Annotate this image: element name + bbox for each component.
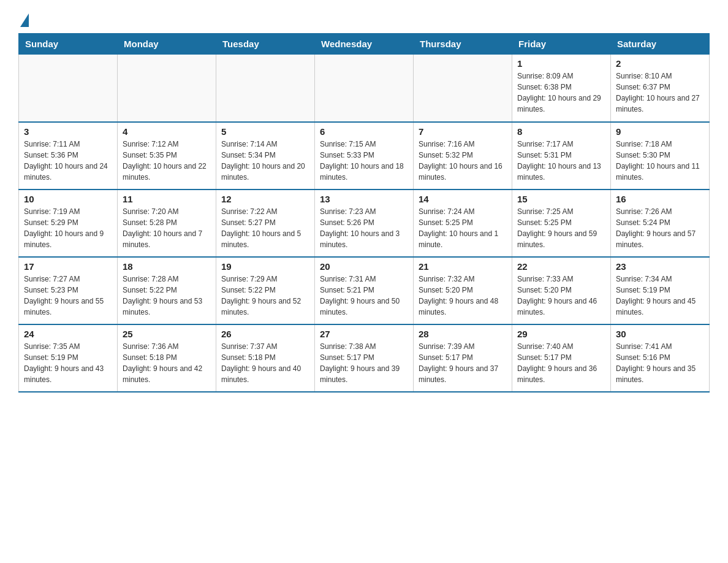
day-number: 21 (419, 261, 507, 272)
day-number: 5 (221, 126, 309, 137)
day-number: 4 (123, 126, 211, 137)
calendar-cell (315, 55, 414, 122)
calendar-table: SundayMondayTuesdayWednesdayThursdayFrid… (18, 33, 710, 393)
day-number: 28 (419, 329, 507, 339)
day-info: Sunrise: 7:39 AM Sunset: 5:17 PM Dayligh… (419, 341, 507, 385)
calendar-cell (118, 55, 216, 122)
day-info: Sunrise: 7:35 AM Sunset: 5:19 PM Dayligh… (24, 341, 112, 385)
day-info: Sunrise: 7:12 AM Sunset: 5:35 PM Dayligh… (123, 139, 211, 183)
calendar-cell: 28Sunrise: 7:39 AM Sunset: 5:17 PM Dayli… (414, 324, 512, 392)
column-header-monday: Monday (118, 34, 216, 55)
day-info: Sunrise: 7:27 AM Sunset: 5:23 PM Dayligh… (24, 274, 112, 318)
day-number: 20 (320, 261, 408, 272)
day-info: Sunrise: 8:09 AM Sunset: 6:38 PM Dayligh… (517, 71, 605, 115)
calendar-cell: 8Sunrise: 7:17 AM Sunset: 5:31 PM Daylig… (512, 122, 611, 190)
calendar-week-row: 1Sunrise: 8:09 AM Sunset: 6:38 PM Daylig… (19, 55, 710, 122)
day-info: Sunrise: 7:19 AM Sunset: 5:29 PM Dayligh… (24, 206, 112, 250)
day-number: 13 (320, 194, 408, 204)
day-number: 6 (320, 126, 408, 137)
day-number: 3 (24, 126, 112, 137)
day-number: 25 (123, 329, 211, 339)
day-info: Sunrise: 7:14 AM Sunset: 5:34 PM Dayligh… (221, 139, 309, 183)
day-info: Sunrise: 8:10 AM Sunset: 6:37 PM Dayligh… (616, 71, 704, 115)
day-info: Sunrise: 7:24 AM Sunset: 5:25 PM Dayligh… (419, 206, 507, 250)
day-info: Sunrise: 7:17 AM Sunset: 5:31 PM Dayligh… (517, 139, 605, 183)
day-info: Sunrise: 7:26 AM Sunset: 5:24 PM Dayligh… (616, 206, 704, 250)
day-info: Sunrise: 7:31 AM Sunset: 5:21 PM Dayligh… (320, 274, 408, 318)
day-number: 26 (221, 329, 309, 339)
calendar-cell: 10Sunrise: 7:19 AM Sunset: 5:29 PM Dayli… (19, 190, 118, 257)
day-number: 29 (517, 329, 605, 339)
calendar-cell: 14Sunrise: 7:24 AM Sunset: 5:25 PM Dayli… (414, 190, 512, 257)
column-header-wednesday: Wednesday (315, 34, 414, 55)
day-info: Sunrise: 7:22 AM Sunset: 5:27 PM Dayligh… (221, 206, 309, 250)
day-number: 30 (616, 329, 704, 339)
calendar-cell: 1Sunrise: 8:09 AM Sunset: 6:38 PM Daylig… (512, 55, 611, 122)
day-number: 18 (123, 261, 211, 272)
calendar-cell: 21Sunrise: 7:32 AM Sunset: 5:20 PM Dayli… (414, 257, 512, 324)
day-info: Sunrise: 7:41 AM Sunset: 5:16 PM Dayligh… (616, 341, 704, 385)
column-header-saturday: Saturday (611, 34, 710, 55)
day-number: 1 (517, 58, 605, 69)
calendar-cell (216, 55, 315, 122)
page-header (18, 12, 710, 27)
day-number: 24 (24, 329, 112, 339)
calendar-cell: 6Sunrise: 7:15 AM Sunset: 5:33 PM Daylig… (315, 122, 414, 190)
calendar-cell: 13Sunrise: 7:23 AM Sunset: 5:26 PM Dayli… (315, 190, 414, 257)
day-number: 17 (24, 261, 112, 272)
day-number: 7 (419, 126, 507, 137)
calendar-header-row: SundayMondayTuesdayWednesdayThursdayFrid… (19, 34, 710, 55)
column-header-tuesday: Tuesday (216, 34, 315, 55)
calendar-cell: 12Sunrise: 7:22 AM Sunset: 5:27 PM Dayli… (216, 190, 315, 257)
column-header-thursday: Thursday (414, 34, 512, 55)
day-number: 15 (517, 194, 605, 204)
calendar-week-row: 24Sunrise: 7:35 AM Sunset: 5:19 PM Dayli… (19, 324, 710, 392)
day-number: 10 (24, 194, 112, 204)
logo-triangle-icon (20, 13, 29, 27)
day-info: Sunrise: 7:16 AM Sunset: 5:32 PM Dayligh… (419, 139, 507, 183)
calendar-cell: 3Sunrise: 7:11 AM Sunset: 5:36 PM Daylig… (19, 122, 118, 190)
calendar-cell: 16Sunrise: 7:26 AM Sunset: 5:24 PM Dayli… (611, 190, 710, 257)
day-number: 9 (616, 126, 704, 137)
calendar-cell: 15Sunrise: 7:25 AM Sunset: 5:25 PM Dayli… (512, 190, 611, 257)
calendar-cell: 19Sunrise: 7:29 AM Sunset: 5:22 PM Dayli… (216, 257, 315, 324)
calendar-cell: 4Sunrise: 7:12 AM Sunset: 5:35 PM Daylig… (118, 122, 216, 190)
calendar-cell: 26Sunrise: 7:37 AM Sunset: 5:18 PM Dayli… (216, 324, 315, 392)
calendar-cell: 7Sunrise: 7:16 AM Sunset: 5:32 PM Daylig… (414, 122, 512, 190)
day-info: Sunrise: 7:18 AM Sunset: 5:30 PM Dayligh… (616, 139, 704, 183)
calendar-cell: 20Sunrise: 7:31 AM Sunset: 5:21 PM Dayli… (315, 257, 414, 324)
calendar-cell: 2Sunrise: 8:10 AM Sunset: 6:37 PM Daylig… (611, 55, 710, 122)
day-info: Sunrise: 7:11 AM Sunset: 5:36 PM Dayligh… (24, 139, 112, 183)
calendar-cell: 22Sunrise: 7:33 AM Sunset: 5:20 PM Dayli… (512, 257, 611, 324)
calendar-cell (19, 55, 118, 122)
calendar-cell: 24Sunrise: 7:35 AM Sunset: 5:19 PM Dayli… (19, 324, 118, 392)
logo (18, 12, 29, 27)
day-info: Sunrise: 7:38 AM Sunset: 5:17 PM Dayligh… (320, 341, 408, 385)
day-number: 27 (320, 329, 408, 339)
day-info: Sunrise: 7:36 AM Sunset: 5:18 PM Dayligh… (123, 341, 211, 385)
day-number: 11 (123, 194, 211, 204)
day-number: 8 (517, 126, 605, 137)
calendar-cell: 17Sunrise: 7:27 AM Sunset: 5:23 PM Dayli… (19, 257, 118, 324)
calendar-cell: 11Sunrise: 7:20 AM Sunset: 5:28 PM Dayli… (118, 190, 216, 257)
day-number: 19 (221, 261, 309, 272)
day-info: Sunrise: 7:33 AM Sunset: 5:20 PM Dayligh… (517, 274, 605, 318)
calendar-cell: 27Sunrise: 7:38 AM Sunset: 5:17 PM Dayli… (315, 324, 414, 392)
calendar-cell: 18Sunrise: 7:28 AM Sunset: 5:22 PM Dayli… (118, 257, 216, 324)
calendar-week-row: 10Sunrise: 7:19 AM Sunset: 5:29 PM Dayli… (19, 190, 710, 257)
day-info: Sunrise: 7:34 AM Sunset: 5:19 PM Dayligh… (616, 274, 704, 318)
column-header-friday: Friday (512, 34, 611, 55)
day-info: Sunrise: 7:23 AM Sunset: 5:26 PM Dayligh… (320, 206, 408, 250)
day-number: 2 (616, 58, 704, 69)
calendar-cell: 25Sunrise: 7:36 AM Sunset: 5:18 PM Dayli… (118, 324, 216, 392)
day-info: Sunrise: 7:29 AM Sunset: 5:22 PM Dayligh… (221, 274, 309, 318)
day-number: 22 (517, 261, 605, 272)
calendar-cell (414, 55, 512, 122)
calendar-cell: 30Sunrise: 7:41 AM Sunset: 5:16 PM Dayli… (611, 324, 710, 392)
calendar-week-row: 3Sunrise: 7:11 AM Sunset: 5:36 PM Daylig… (19, 122, 710, 190)
column-header-sunday: Sunday (19, 34, 118, 55)
day-number: 14 (419, 194, 507, 204)
calendar-cell: 5Sunrise: 7:14 AM Sunset: 5:34 PM Daylig… (216, 122, 315, 190)
day-number: 12 (221, 194, 309, 204)
calendar-cell: 29Sunrise: 7:40 AM Sunset: 5:17 PM Dayli… (512, 324, 611, 392)
